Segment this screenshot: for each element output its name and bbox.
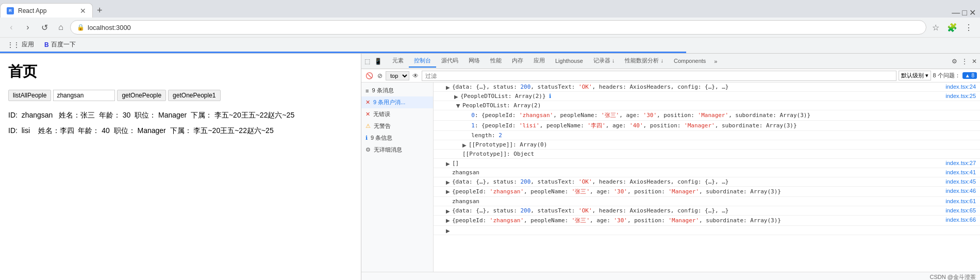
tab-lighthouse[interactable]: Lighthouse	[550, 56, 588, 67]
expand-arrow-down[interactable]: ▶	[456, 104, 461, 108]
log-line: ▶ {data: {…}, status: 200, statusText: '…	[434, 177, 980, 187]
bookmark-icon[interactable]: ☆	[928, 20, 943, 35]
warning-filter-icon: ⚠	[366, 123, 371, 129]
log-text: {data: {…}, status: 200, statusText: 'OK…	[452, 207, 945, 214]
more-options-icon[interactable]: ⋮	[960, 57, 969, 66]
home-button[interactable]: ⌂	[54, 20, 68, 35]
person1-name: 张三	[80, 111, 95, 119]
console-body: ≡ 9 条消息 ✕ 9 条用户消... ✕ 无错误 ⚠ 无警告 ℹ 9 条信	[361, 83, 980, 272]
console-filter-input[interactable]	[422, 71, 896, 81]
log-line: ▶ {peopleId: 'zhangsan', peopleName: '张三…	[434, 187, 980, 197]
issues-badge[interactable]: ▲ 8	[962, 72, 977, 79]
log-file[interactable]: index.tsx:46	[945, 188, 976, 194]
eye-icon[interactable]: 👁	[411, 71, 420, 80]
log-text: zhangsan	[446, 169, 945, 176]
log-line: [[Prototype]]: Object	[434, 150, 980, 159]
log-text: 0: {peopleId: 'zhangsan', peopleName: '张…	[464, 111, 976, 119]
log-file[interactable]: index.tsx:45	[945, 178, 976, 185]
bookmarks-bar: ⋮⋮ 应用 B 百度一下	[0, 37, 980, 52]
log-line: length: 2	[434, 131, 980, 140]
expand-arrow[interactable]: ▶	[446, 85, 450, 90]
settings-icon[interactable]: ⚙	[951, 57, 958, 66]
expand-arrow[interactable]: ▶	[462, 142, 467, 148]
log-line: zhangsan index.tsx:61	[434, 197, 980, 206]
clear-console-icon[interactable]: 🚫	[364, 71, 374, 80]
log-file[interactable]: index.tsx:27	[945, 160, 976, 166]
filter-all-messages[interactable]: ≡ 9 条消息	[361, 85, 433, 96]
tab-memory[interactable]: 内存	[507, 55, 528, 68]
tab-performance[interactable]: 性能	[485, 55, 507, 68]
tab-console[interactable]: 控制台	[409, 55, 436, 68]
device-icon[interactable]: 📱	[373, 57, 383, 66]
close-devtools-icon[interactable]: ✕	[971, 57, 978, 66]
log-file[interactable]: index.tsx:61	[945, 198, 976, 204]
log-file[interactable]: index.tsx:25	[945, 93, 976, 99]
filter-errors[interactable]: ✕ 无错误	[361, 108, 433, 120]
filter-verbose-label: 无详细消息	[374, 146, 402, 154]
extensions-icon[interactable]: 🧩	[945, 20, 959, 35]
log-text: 1: {peopleId: 'lisi', peopleName: '李四', …	[464, 122, 976, 129]
reload-button[interactable]: ↺	[37, 20, 52, 35]
get-one-people1-button[interactable]: getOnePeople1	[168, 90, 220, 101]
tab-extras: — □ ✕	[952, 8, 980, 18]
log-text: {data: {…}, status: 200, statusText: 'OK…	[452, 84, 945, 90]
expand-arrow[interactable]: ▶	[446, 161, 450, 167]
log-file[interactable]: index.tsx:66	[945, 217, 976, 223]
expand-arrow[interactable]: ▶	[446, 189, 450, 194]
tab-components[interactable]: Components	[669, 56, 711, 67]
tab-perf-insights[interactable]: 性能数据分析 ↓	[620, 55, 669, 68]
filter-info[interactable]: ℹ 9 条信息	[361, 132, 433, 144]
lock-icon: 🔒	[77, 24, 85, 31]
menu-icon[interactable]: ⋮	[961, 20, 976, 35]
address-bar[interactable]: 🔒 localhost:3000	[70, 20, 926, 35]
error-filter-icon: ✕	[366, 111, 370, 118]
filter-warnings[interactable]: ⚠ 无警告	[361, 120, 433, 132]
filter-user-label: 9 条用户消...	[373, 98, 405, 106]
tab-sources[interactable]: 源代码	[436, 55, 463, 68]
tab-elements[interactable]: 元素	[387, 55, 409, 68]
person2-name: 李四	[60, 126, 74, 135]
tab-network[interactable]: 网络	[463, 55, 485, 68]
log-text: [[Prototype]]: Array(0)	[469, 141, 976, 148]
expand-arrow[interactable]: ▶	[454, 94, 458, 100]
expand-arrow[interactable]: ▶	[446, 228, 450, 234]
default-level-select[interactable]: 默认级别 ▾	[899, 71, 931, 80]
filter-user-messages[interactable]: ✕ 9 条用户消...	[361, 96, 433, 108]
person2-id-label: ID:	[8, 126, 22, 135]
issues-label: 8 个问题：	[933, 72, 960, 79]
person1-id: zhangsan	[22, 111, 53, 119]
new-tab-button[interactable]: +	[93, 3, 107, 18]
get-one-people-button[interactable]: getOnePeople	[117, 90, 166, 101]
log-file[interactable]: index.tsx:41	[945, 169, 976, 175]
person2-id: lisi	[22, 126, 30, 135]
tab-close-icon[interactable]: ✕	[80, 7, 86, 15]
person-id-input[interactable]	[53, 90, 115, 101]
more-tabs-icon[interactable]: »	[711, 56, 720, 67]
log-line: zhangsan index.tsx:41	[434, 168, 980, 177]
expand-arrow[interactable]: ▶	[446, 179, 450, 185]
bookmark-apps[interactable]: ⋮⋮ 应用	[4, 39, 37, 50]
log-file[interactable]: index.tsx:65	[945, 207, 976, 213]
list-all-people-button[interactable]: listAllPeople	[8, 90, 51, 101]
filter-icon[interactable]: ⊘	[376, 71, 384, 80]
apps-icon: ⋮⋮	[7, 41, 20, 48]
expand-arrow[interactable]: ▶	[446, 208, 450, 214]
page-title: 首页	[8, 62, 353, 81]
context-select[interactable]: top	[386, 71, 409, 80]
filter-verbose[interactable]: ⚙ 无详细消息	[361, 144, 433, 156]
tab-title: React App	[18, 7, 76, 14]
active-tab[interactable]: R React App ✕	[0, 3, 93, 18]
bookmark-baidu[interactable]: B 百度一下	[41, 39, 79, 50]
maximize-icon[interactable]: □	[962, 8, 967, 18]
inspect-icon[interactable]: ⬚	[363, 57, 371, 66]
log-file[interactable]: index.tsx:24	[945, 84, 976, 90]
tab-recorder[interactable]: 记录器 ↓	[588, 55, 620, 68]
nav-right: ☆ 🧩 ⋮	[928, 20, 976, 35]
forward-button[interactable]: ›	[21, 20, 35, 35]
close-window-icon[interactable]: ✕	[969, 8, 976, 18]
back-button[interactable]: ‹	[4, 20, 19, 35]
expand-arrow[interactable]: ▶	[446, 218, 450, 223]
minimize-icon[interactable]: —	[952, 8, 960, 18]
tab-application[interactable]: 应用	[528, 55, 550, 68]
console-sidebar: ≡ 9 条消息 ✕ 9 条用户消... ✕ 无错误 ⚠ 无警告 ℹ 9 条信	[361, 83, 434, 272]
